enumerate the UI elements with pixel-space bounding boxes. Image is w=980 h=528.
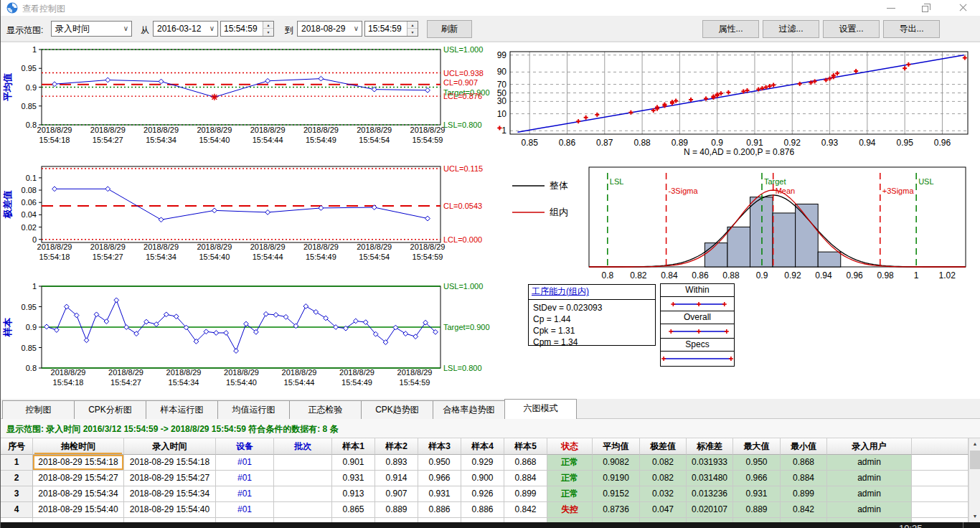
spin-up-icon[interactable]: ▲ [263, 22, 273, 29]
table-cell[interactable]: admin [827, 486, 912, 502]
scroll-down-icon[interactable]: ▼ [969, 511, 980, 522]
table-cell[interactable]: 2018-08-29 15:54:34 [124, 486, 216, 502]
column-header-2[interactable]: 录入时间 [124, 438, 216, 455]
table-cell[interactable]: 0.884 [504, 471, 547, 486]
table-cell[interactable]: #01 [216, 455, 274, 471]
table-cell[interactable]: 0.899 [781, 486, 827, 502]
table-cell[interactable]: 0.950 [733, 455, 781, 471]
table-cell[interactable]: admin [827, 471, 912, 486]
table-cell[interactable]: 0.020107 [687, 502, 733, 518]
table-cell[interactable]: 2018-08-29 15:54:18 [124, 455, 216, 471]
table-cell[interactable]: 正常 [547, 471, 593, 486]
table-cell[interactable]: 2018-08-29 15:54:34 [33, 486, 124, 502]
table-cell[interactable] [912, 455, 969, 471]
spin-down-icon[interactable]: ▼ [407, 29, 418, 36]
table-cell[interactable]: #01 [216, 486, 274, 502]
to-time-input[interactable]: 15:54:59 ▲▼ [364, 21, 418, 37]
table-cell[interactable]: admin [827, 502, 912, 518]
table-cell[interactable]: 2018-08-29 15:54:18 [33, 455, 124, 471]
taskbar[interactable]: 10:25 [1, 522, 980, 528]
table-cell[interactable]: 2018-08-29 15:54:40 [33, 502, 124, 518]
table-cell[interactable]: 0.926 [461, 486, 504, 502]
range-type-select[interactable]: 录入时间 ∨ [51, 21, 132, 37]
table-cell[interactable]: 0.899 [504, 486, 547, 502]
table-cell[interactable]: #01 [216, 471, 274, 486]
scroll-thumb[interactable] [970, 451, 980, 469]
column-header-6[interactable]: 样本2 [375, 438, 418, 455]
table-cell[interactable]: 0.931 [733, 486, 781, 502]
table-cell[interactable]: 0.929 [461, 455, 504, 471]
table-cell[interactable]: 0.889 [375, 502, 418, 518]
restore-button[interactable] [913, 0, 938, 16]
table-cell[interactable]: 0.907 [375, 486, 418, 502]
to-date-select[interactable]: 2018-08-29 ∨ [297, 21, 362, 37]
column-header-7[interactable]: 样本3 [418, 438, 461, 455]
table-cell[interactable]: 0.082 [640, 471, 687, 486]
column-header-13[interactable]: 标准差 [687, 438, 733, 455]
column-header-17[interactable] [912, 438, 969, 455]
table-cell[interactable]: admin [827, 455, 912, 471]
table-cell[interactable] [274, 486, 332, 502]
table-cell[interactable]: 3 [1, 486, 33, 502]
column-header-4[interactable]: 批次 [274, 438, 332, 455]
table-cell[interactable]: 2018-08-29 15:54:27 [33, 471, 124, 486]
column-header-8[interactable]: 样本4 [461, 438, 504, 455]
table-cell[interactable] [274, 455, 332, 471]
close-button[interactable] [951, 0, 975, 16]
table-cell[interactable]: 0.9190 [593, 471, 640, 486]
table-cell[interactable]: 0.9152 [593, 486, 640, 502]
from-date-select[interactable]: 2016-03-12 ∨ [153, 21, 218, 37]
toolbar-button-1[interactable]: 过滤... [763, 20, 819, 38]
tab-5[interactable]: CPK趋势图 [361, 400, 433, 419]
table-cell[interactable]: 0.886 [418, 502, 461, 518]
tab-0[interactable]: 控制图 [2, 400, 75, 419]
table-cell[interactable]: 2 [1, 471, 33, 486]
spin-down-icon[interactable]: ▼ [263, 29, 273, 36]
table-cell[interactable]: 0.868 [781, 455, 827, 471]
tab-1[interactable]: CPK分析图 [74, 400, 146, 419]
column-header-15[interactable]: 最小值 [781, 438, 827, 455]
table-cell[interactable]: 0.842 [504, 502, 547, 518]
table-cell[interactable]: 0.913 [332, 486, 375, 502]
tab-3[interactable]: 均值运行图 [217, 400, 290, 419]
table-cell[interactable]: 0.9082 [593, 455, 640, 471]
toolbar-button-2[interactable]: 设置... [823, 20, 880, 38]
refresh-button[interactable]: 刷新 [427, 20, 472, 38]
table-cell[interactable] [912, 471, 969, 486]
column-header-10[interactable]: 状态 [547, 438, 593, 455]
table-cell[interactable]: 2018-08-29 15:54:27 [124, 471, 216, 486]
table-cell[interactable] [274, 471, 332, 486]
table-cell[interactable]: 0.865 [332, 502, 375, 518]
column-header-14[interactable]: 最大值 [733, 438, 781, 455]
table-cell[interactable]: 正常 [547, 486, 593, 502]
column-header-1[interactable]: 抽检时间 [33, 438, 124, 455]
column-header-11[interactable]: 平均值 [593, 438, 640, 455]
table-cell[interactable]: 0.031480 [687, 471, 733, 486]
table-cell[interactable]: 0.031933 [687, 455, 733, 471]
toolbar-button-0[interactable]: 属性... [702, 20, 759, 38]
tab-7[interactable]: 六图模式 [504, 399, 577, 419]
table-cell[interactable]: 0.842 [781, 502, 827, 518]
table-cell[interactable] [912, 502, 969, 518]
column-header-3[interactable]: 设备 [216, 438, 274, 455]
tab-4[interactable]: 正态检验 [289, 400, 362, 419]
table-cell[interactable]: 0.047 [640, 502, 687, 518]
table-scrollbar[interactable]: ▲ ▼ [969, 438, 980, 522]
table-cell[interactable]: 0.914 [375, 471, 418, 486]
table-cell[interactable]: 2018-08-29 15:54:40 [124, 502, 216, 518]
column-header-0[interactable]: 序号 [1, 438, 33, 455]
table-cell[interactable]: 0.886 [461, 502, 504, 518]
table-cell[interactable]: 0.901 [332, 455, 375, 471]
table-cell[interactable] [912, 486, 969, 502]
spin-up-icon[interactable]: ▲ [407, 22, 418, 29]
table-cell[interactable]: 0.013236 [687, 486, 733, 502]
table-cell[interactable] [274, 502, 332, 518]
minimize-button[interactable] [879, 0, 903, 16]
table-cell[interactable]: 0.950 [418, 455, 461, 471]
table-cell[interactable]: 0.868 [504, 455, 547, 471]
table-cell[interactable]: 0.966 [418, 471, 461, 486]
table-cell[interactable]: 0.900 [461, 471, 504, 486]
table-cell[interactable]: 0.884 [781, 471, 827, 486]
from-time-input[interactable]: 15:54:59 ▲▼ [220, 21, 274, 37]
table-cell[interactable]: 0.931 [332, 471, 375, 486]
